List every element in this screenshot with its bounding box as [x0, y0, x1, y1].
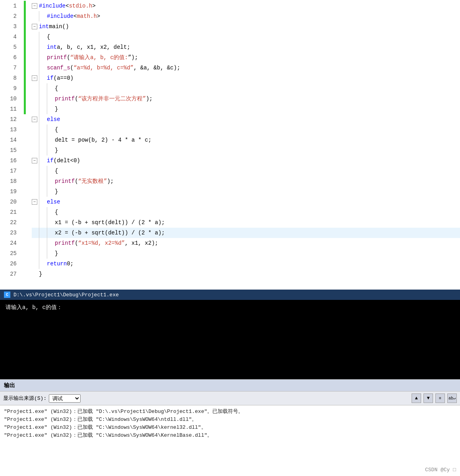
vline-13-1 [47, 125, 55, 135]
code-line-19: } [32, 186, 460, 197]
line-number-4: 4 [0, 32, 20, 42]
code-line-26: return 0; [32, 259, 460, 269]
token: else [47, 197, 60, 207]
fold-marker-8[interactable]: − [32, 75, 37, 81]
code-line-14: delt = pow(b, 2) - 4 * a * c; [32, 135, 460, 145]
token: stdio.h [69, 1, 92, 11]
token: “x1=%d, x2=%d” [78, 238, 125, 248]
line-number-19: 19 [0, 186, 20, 197]
code-line-11: } [32, 104, 460, 114]
console-body[interactable]: 请输入a, b, c的值： [0, 300, 460, 379]
fold-marker-20[interactable]: − [32, 199, 37, 205]
toolbar-btn-1[interactable]: ▲ [412, 393, 421, 403]
line-number-26: 26 [0, 259, 20, 269]
line-number-18: 18 [0, 176, 20, 186]
fold-marker-1[interactable]: − [32, 3, 37, 9]
code-line-25: } [32, 248, 460, 259]
vline-23-0 [39, 228, 47, 238]
token: if [47, 155, 54, 166]
line-number-13: 13 [0, 125, 20, 135]
vline-4-0 [39, 32, 47, 42]
vline-5-0 [39, 42, 47, 52]
fold-marker-3[interactable]: − [32, 24, 37, 29]
code-line-1: −#include<stdio.h> [32, 1, 460, 11]
vline-11-0 [39, 104, 47, 114]
token: delt = pow(b, 2) - 4 * a * c; [55, 135, 152, 145]
vline-11-1 [47, 104, 55, 114]
vline-22-1 [47, 217, 55, 228]
editor-area: 1234567891011121314151617181920212223242… [0, 0, 460, 290]
token: printf [55, 176, 75, 186]
vline-9-0 [39, 83, 47, 94]
token: } [55, 145, 58, 155]
vline-25-0 [39, 248, 47, 259]
line-number-11: 11 [0, 104, 20, 114]
vline-16-0 [39, 155, 47, 166]
token: #include [47, 11, 73, 21]
code-line-4: { [32, 32, 460, 42]
token: printf [55, 94, 75, 104]
code-line-16: −if (delt<0) [32, 155, 460, 166]
token: ( [70, 63, 73, 73]
line-number-17: 17 [0, 166, 20, 176]
vline-2-0 [39, 11, 47, 21]
vline-21-0 [39, 207, 47, 217]
line-number-8: 8 [0, 73, 20, 83]
code-line-22: x1 = (-b + sqrt(delt)) / (2 * a); [32, 217, 460, 228]
toolbar-btn-4[interactable]: ab↵ [447, 393, 457, 403]
token: } [55, 248, 58, 259]
token: (a==0) [54, 73, 73, 83]
fold-marker-16[interactable]: − [32, 158, 37, 163]
token: ( [75, 94, 78, 104]
vline-21-1 [47, 207, 55, 217]
vline-15-0 [39, 145, 47, 155]
line-number-16: 16 [0, 155, 20, 166]
code-line-10: printf(“该方程并非一元二次方程”); [32, 94, 460, 104]
token: ( [75, 176, 78, 186]
console-header: C D:\.vs\Project1\Debug\Project1.exe [0, 290, 460, 300]
token: < [73, 11, 77, 21]
token: “无实数根” [78, 176, 107, 186]
vline-19-0 [39, 186, 47, 197]
token: if [47, 73, 54, 83]
code-line-3: −int main() [32, 21, 460, 32]
vline-20-0 [39, 197, 47, 207]
code-line-17: { [32, 166, 460, 176]
token: “请输入a, b, c的值: [70, 52, 128, 63]
token: int [47, 42, 57, 52]
token: else [47, 114, 60, 125]
vline-14-0 [39, 135, 47, 145]
token: “a=%d, b=%d, c=%d” [73, 63, 133, 73]
vline-13-0 [39, 125, 47, 135]
vline-18-1 [47, 176, 55, 186]
vline-18-0 [39, 176, 47, 186]
token: 0; [67, 259, 73, 269]
fold-marker-12[interactable]: − [32, 117, 37, 122]
vline-14-1 [47, 135, 55, 145]
toolbar-btn-2[interactable]: ▼ [423, 393, 433, 403]
code-line-18: printf(“无实数根”); [32, 176, 460, 186]
line-number-14: 14 [0, 135, 20, 145]
output-title: 输出 [4, 382, 15, 389]
line-number-2: 2 [0, 11, 20, 21]
vline-15-1 [47, 145, 55, 155]
token: math.h [77, 11, 97, 21]
vline-9-1 [47, 83, 55, 94]
code-line-2: #include<math.h> [32, 11, 460, 21]
vline-12-0 [39, 114, 47, 125]
line-number-10: 10 [0, 94, 20, 104]
token: “该方程并非一元二次方程” [78, 94, 146, 104]
toolbar-btn-3[interactable]: ≡ [435, 393, 445, 403]
code-line-24: printf(“x1=%d, x2=%d”, x1, x2); [32, 238, 460, 248]
token: (delt<0) [54, 155, 80, 166]
line-number-24: 24 [0, 238, 20, 248]
output-line: "Project1.exe" (Win32)：已加载 "C:\Windows\S… [4, 424, 456, 432]
gutter [24, 0, 32, 290]
line-number-25: 25 [0, 248, 20, 259]
output-source-select[interactable]: 调试 [49, 394, 81, 403]
line-number-23: 23 [0, 228, 20, 238]
vline-17-1 [47, 166, 55, 176]
code-line-12: −else [32, 114, 460, 125]
console-prompt: 请输入a, b, c的值： [6, 304, 454, 311]
token: ); [107, 176, 114, 186]
